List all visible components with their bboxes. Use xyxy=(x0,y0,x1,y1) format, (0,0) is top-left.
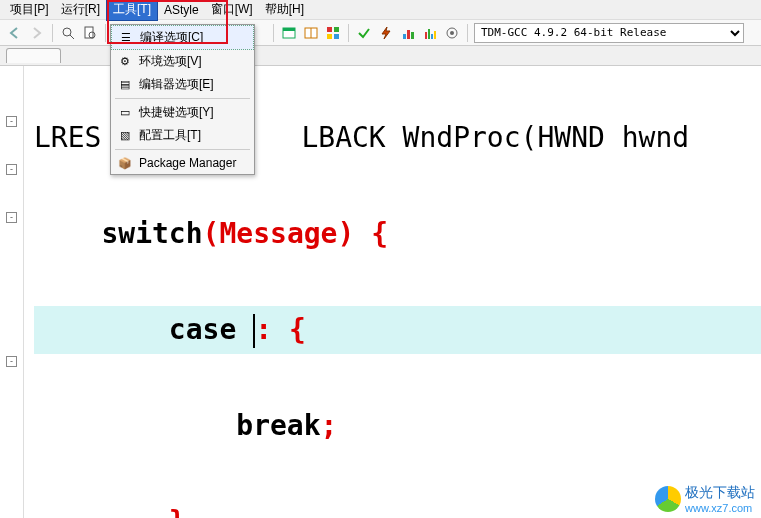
window-icon[interactable] xyxy=(280,24,298,42)
code-brace: { xyxy=(371,217,388,250)
svg-rect-17 xyxy=(431,34,433,39)
compile-icon: ☰ xyxy=(118,30,134,46)
code-punct: ; xyxy=(321,409,338,442)
svg-rect-18 xyxy=(434,31,436,39)
config-icon: ▧ xyxy=(117,128,133,144)
dropdown-label: 快捷键选项[Y] xyxy=(139,104,214,121)
svg-rect-16 xyxy=(428,29,430,39)
svg-rect-9 xyxy=(334,27,339,32)
menu-run[interactable]: 运行[R] xyxy=(55,0,106,20)
search-icon[interactable] xyxy=(59,24,77,42)
fold-minus-icon[interactable]: - xyxy=(6,356,17,367)
dropdown-shortcuts[interactable]: ▭ 快捷键选项[Y] xyxy=(111,101,254,124)
compiler-select[interactable]: TDM-GCC 4.9.2 64-bit Release xyxy=(474,23,744,43)
dropdown-separator xyxy=(115,98,250,99)
code-punct: (Message) xyxy=(203,217,372,250)
code-brace: { xyxy=(289,313,306,346)
svg-rect-5 xyxy=(283,28,295,31)
forward-icon[interactable] xyxy=(28,24,46,42)
code-keyword: break xyxy=(236,409,320,442)
menu-window[interactable]: 窗口[W] xyxy=(205,0,259,20)
grid-icon[interactable] xyxy=(324,24,342,42)
dropdown-label: Package Manager xyxy=(139,156,236,170)
code-keyword: switch xyxy=(101,217,202,250)
file-tab[interactable] xyxy=(6,48,61,63)
svg-rect-8 xyxy=(327,27,332,32)
watermark-url: www.xz7.com xyxy=(685,502,755,514)
code-text: LBACK WndProc(HWND hwnd xyxy=(301,121,689,154)
menu-tools[interactable]: 工具[T] xyxy=(106,0,158,21)
svg-rect-15 xyxy=(425,32,427,39)
code-punct: : xyxy=(255,313,289,346)
tools-dropdown: ☰ 编译选项[C] ⚙ 环境选项[V] ▤ 编辑器选项[E] ▭ 快捷键选项[Y… xyxy=(110,24,255,175)
dropdown-label: 编辑器选项[E] xyxy=(139,76,214,93)
svg-rect-13 xyxy=(407,30,410,39)
fold-minus-icon[interactable]: - xyxy=(6,164,17,175)
fold-minus-icon[interactable]: - xyxy=(6,212,17,223)
code-text: LRES xyxy=(34,121,101,154)
layout-icon[interactable] xyxy=(302,24,320,42)
menu-help[interactable]: 帮助[H] xyxy=(259,0,310,20)
svg-point-0 xyxy=(63,28,71,36)
menu-project[interactable]: 项目[P] xyxy=(4,0,55,20)
menubar: 项目[P] 运行[R] 工具[T] AStyle 窗口[W] 帮助[H] xyxy=(0,0,761,20)
chart-icon[interactable] xyxy=(399,24,417,42)
fold-minus-icon[interactable]: - xyxy=(6,116,17,127)
dropdown-label: 编译选项[C] xyxy=(140,29,203,46)
svg-rect-11 xyxy=(334,34,339,39)
editor-icon: ▤ xyxy=(117,77,133,93)
dropdown-config-tools[interactable]: ▧ 配置工具[T] xyxy=(111,124,254,147)
gutter: - - - - xyxy=(0,66,24,518)
watermark-name: 极光下载站 xyxy=(685,484,755,502)
menu-astyle[interactable]: AStyle xyxy=(158,1,205,19)
check-icon[interactable] xyxy=(355,24,373,42)
env-icon: ⚙ xyxy=(117,54,133,70)
gear-icon[interactable] xyxy=(443,24,461,42)
package-icon: 📦 xyxy=(117,155,133,171)
watermark-logo-icon xyxy=(655,486,681,512)
svg-rect-12 xyxy=(403,34,406,39)
search-doc-icon[interactable] xyxy=(81,24,99,42)
dropdown-package-manager[interactable]: 📦 Package Manager xyxy=(111,152,254,174)
code-brace: } xyxy=(169,505,186,518)
watermark: 极光下载站 www.xz7.com xyxy=(655,484,755,514)
dropdown-editor-options[interactable]: ▤ 编辑器选项[E] xyxy=(111,73,254,96)
shortcut-icon: ▭ xyxy=(117,105,133,121)
dropdown-label: 环境选项[V] xyxy=(139,53,202,70)
dropdown-label: 配置工具[T] xyxy=(139,127,201,144)
chart2-icon[interactable] xyxy=(421,24,439,42)
back-icon[interactable] xyxy=(6,24,24,42)
svg-line-1 xyxy=(70,35,74,39)
code-keyword: case xyxy=(169,313,253,346)
dropdown-env-options[interactable]: ⚙ 环境选项[V] xyxy=(111,50,254,73)
dropdown-separator xyxy=(115,149,250,150)
dropdown-compile-options[interactable]: ☰ 编译选项[C] xyxy=(111,25,254,50)
svg-rect-14 xyxy=(411,32,414,39)
lightning-icon[interactable] xyxy=(377,24,395,42)
svg-rect-10 xyxy=(327,34,332,39)
svg-point-20 xyxy=(450,31,454,35)
